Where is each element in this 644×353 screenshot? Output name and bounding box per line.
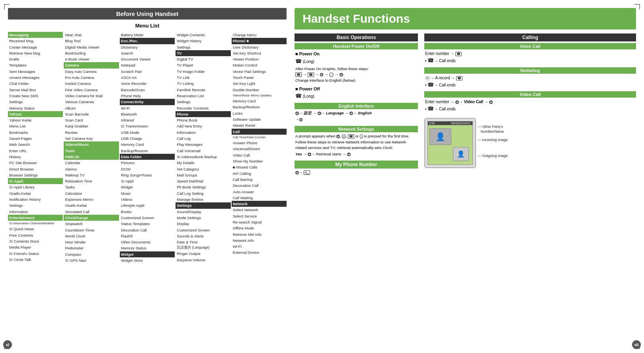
list-item: Infrared: [120, 117, 175, 123]
list-item: Pictures: [120, 160, 175, 166]
network-settings-block: A prompt appears when ●, U, ☎ or ↓ is pr…: [295, 132, 418, 158]
list-item: My Details: [176, 160, 230, 166]
voice-call-block: Enter number → ☎ • ☎→ Call ends: [424, 49, 636, 66]
list-item: Widget Contents: [176, 32, 230, 38]
list-item: Retrieve New Msg.: [8, 50, 63, 56]
list-item: Calculator: [64, 190, 119, 196]
video-call-block: Enter number → ●→ Video Call → ● • ☎→ Ca…: [424, 98, 636, 114]
list-item: S! Circle Talk: [8, 257, 63, 263]
list-item: Re-search Signal: [232, 219, 287, 225]
list-item: Familink Remote: [176, 87, 230, 93]
list-item: Settings: [176, 44, 230, 50]
list-item: S! Addressbook Backup: [176, 154, 230, 160]
list-item: Information: [8, 209, 63, 215]
list-item: Double Number: [232, 87, 287, 93]
list-item: Create Message: [8, 44, 63, 50]
list-item: Answer Phone: [232, 140, 287, 146]
clock-gauge-header: Clock/Gauge: [64, 215, 119, 221]
list-item: Call Time/Data Counter: [232, 135, 287, 140]
list-item: Yahoo! Keitai: [8, 117, 63, 123]
list-item: Tasks: [64, 184, 119, 190]
list-item: Call Waiting: [232, 195, 287, 201]
outgoing-image-label: — Outgoing Image: [478, 154, 508, 158]
list-item: Browser Settings: [8, 172, 63, 178]
list-item: Call Barring: [232, 176, 287, 182]
list-item: Bluetooth: [120, 111, 175, 117]
menu-list-title: Menu List: [8, 23, 287, 29]
list-item: Select Network: [232, 207, 287, 213]
list-item: Master Reset: [232, 122, 287, 128]
page-number-right: vii: [632, 340, 641, 349]
list-item: Calendar: [64, 160, 119, 166]
list-item: Settings: [176, 99, 230, 105]
list-item: Date & Time: [176, 239, 230, 245]
list-item: Scratch Pad: [120, 69, 175, 75]
list-item: History: [8, 154, 63, 160]
redialing-block: ↻→ A record → ☎ • ☎→ Call ends: [424, 74, 636, 90]
incoming-image-label: — Incoming Image: [478, 138, 508, 142]
english-interface-block: ●→ 設定 → ●→ Language → ●→ English →●: [295, 109, 418, 124]
list-item: Memory Status: [120, 245, 175, 251]
list-item: Scan Card: [64, 117, 119, 123]
list-item: Other Documents: [120, 239, 175, 245]
list-item: Viewer Position: [232, 56, 287, 62]
list-item: Mail Groups: [176, 172, 230, 178]
phone-header: Phone: [176, 111, 230, 117]
list-item: Osaifu-Keitai: [8, 190, 63, 196]
list-item: Chat Folder: [8, 80, 63, 86]
list-item: Ringer Output: [176, 251, 230, 257]
list-item: Set Camera Key: [64, 135, 119, 141]
list-item: Enter URL: [8, 148, 63, 154]
menu-table: Messaging Received Msg. Create Message R…: [8, 32, 287, 345]
list-item: Recorder Contents: [176, 105, 230, 111]
list-item: Vector Pad Settings: [232, 69, 287, 75]
list-item: Video Call: [232, 152, 287, 158]
list-item: S! Friend's Status: [8, 251, 63, 257]
list-item: Customized Screen: [176, 227, 230, 233]
list-item: Widget History: [176, 38, 230, 44]
list-item: Manage Entries: [176, 196, 230, 202]
list-item: User Dictionary: [232, 44, 287, 50]
list-item: Wakeup TV: [64, 172, 119, 178]
menu-col-5: Change Menu Phone/ ⎈ User Dictionary Set…: [232, 32, 287, 345]
power-on-off-header: Handset Power On/Off: [295, 43, 418, 49]
list-item: BookSurfing: [64, 50, 119, 56]
list-item: Ph.Book Settings: [176, 184, 230, 190]
list-item: Memory Card: [232, 98, 287, 104]
list-item: Pro Auto Camera: [64, 75, 119, 80]
list-item: USB Charge: [120, 135, 175, 141]
list-item: Network Info: [232, 237, 287, 243]
yahoo-header: Yahoo!: [8, 111, 63, 117]
list-item: Templates: [8, 62, 63, 68]
list-item: Osaifu-Keitai: [64, 202, 119, 208]
entertainment-header: Entertainment: [8, 215, 63, 221]
basic-ops-header: Basic Operations: [295, 33, 418, 41]
my-phone-number-block: ●→ 0⍽: [295, 169, 418, 176]
list-item: S! GPS Navi: [64, 257, 119, 263]
list-item: Backup/Restore: [120, 148, 175, 154]
list-item: World Clock: [64, 233, 119, 239]
list-item: Call Log Setting: [176, 190, 230, 196]
list-item: Unsent Messages: [8, 75, 63, 80]
connectivity-header: Connectivity: [120, 99, 175, 105]
list-item: Memory Status: [8, 105, 63, 111]
list-item: Offline Mode: [232, 225, 287, 231]
list-item: Set Category: [176, 166, 230, 172]
list-item: ASCII Art: [120, 75, 175, 80]
video-call-header: Video Call: [424, 91, 636, 98]
list-item: TV Link: [176, 75, 230, 80]
list-item: TV Listing: [176, 80, 230, 86]
redialing-header: Redialing: [424, 67, 636, 74]
list-item: Free Contents: [8, 232, 63, 238]
phone-em-header: Phone/ ⎈: [232, 38, 287, 44]
phone-preview-area: 0:08 090392XXXXX│ 👤: [424, 118, 476, 168]
list-item: Retrieve NW Info: [232, 231, 287, 237]
list-item: ■ Missed Calls: [232, 164, 287, 170]
list-item: Reservation List: [176, 93, 230, 99]
my-phone-number-header: My Phone Number: [295, 161, 418, 169]
list-item: S! Quick News: [8, 226, 63, 232]
list-item: Near chat: [64, 32, 119, 38]
list-item: Kanji Grabber: [64, 123, 119, 129]
list-item: Display: [176, 221, 230, 227]
list-item: Menu List: [8, 123, 63, 129]
